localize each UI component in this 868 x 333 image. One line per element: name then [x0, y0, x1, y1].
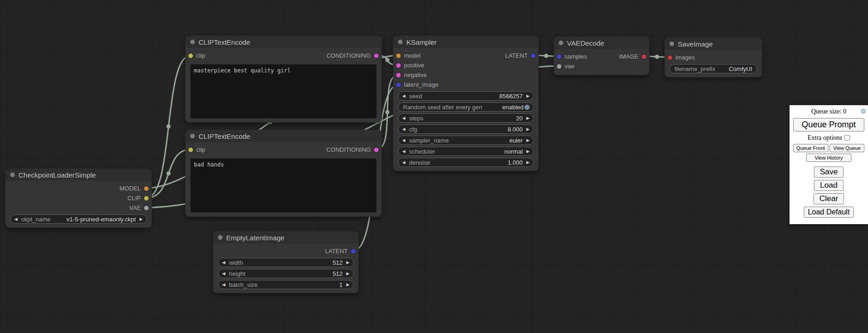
widget-label: batch_size [229, 281, 258, 288]
output-slot-image[interactable] [642, 54, 646, 59]
slot-row: latent_image [393, 80, 538, 89]
output-label-conditioning: CONDITIONING [326, 52, 371, 59]
widget-steps[interactable]: ◀ steps 20 ▶ [398, 113, 534, 123]
node-clip-text-encode-negative[interactable]: CLIPTextEncode clip CONDITIONING bad han… [186, 130, 381, 216]
arrow-right-icon[interactable]: ▶ [526, 94, 530, 98]
graph-canvas[interactable]: CheckpointLoaderSimple MODEL CLIP VAE ◀ … [0, 0, 868, 333]
node-titlebar[interactable]: EmptyLatentImage [213, 232, 358, 244]
arrow-right-icon[interactable]: ▶ [139, 217, 143, 221]
collapse-dot-icon[interactable] [218, 235, 223, 240]
extra-options-label: Extra options [808, 134, 842, 142]
input-slot-negative[interactable] [396, 73, 401, 77]
arrow-right-icon[interactable]: ▶ [526, 116, 530, 120]
clear-button[interactable]: Clear [814, 193, 844, 204]
output-label-latent: LATENT [325, 248, 348, 255]
load-button[interactable]: Load [814, 180, 844, 191]
output-slot-model[interactable] [144, 186, 149, 191]
arrow-right-icon[interactable]: ▶ [526, 161, 530, 165]
node-ksampler[interactable]: KSampler model LATENT positive negative … [393, 36, 538, 171]
arrow-left-icon[interactable]: ◀ [402, 116, 405, 120]
node-clip-text-encode-positive[interactable]: CLIPTextEncode clip CONDITIONING masterp… [186, 36, 381, 122]
widget-height[interactable]: ◀ height 512 ▶ [218, 269, 354, 278]
arrow-right-icon[interactable]: ▶ [526, 127, 530, 131]
arrow-left-icon[interactable]: ◀ [402, 149, 405, 154]
arrow-right-icon[interactable]: ▶ [526, 138, 530, 143]
arrow-left-icon[interactable]: ◀ [222, 283, 225, 287]
input-label-model: model [404, 52, 420, 59]
input-slot-clip[interactable] [188, 54, 193, 58]
collapse-dot-icon[interactable] [10, 172, 15, 177]
widget-ckpt-name[interactable]: ◀ ckpt_name v1-5-pruned-emaonly.ckpt ▶ [10, 214, 147, 224]
node-title: KSampler [406, 38, 437, 46]
node-vae-decode[interactable]: VAEDecode samples IMAGE vae [554, 37, 649, 75]
extra-options-checkbox[interactable] [844, 135, 850, 141]
node-save-image[interactable]: SaveImage images filename_prefix ComfyUI [665, 38, 762, 77]
widget-sampler-name[interactable]: ◀ sampler_name euler ▶ [398, 136, 534, 145]
arrow-right-icon[interactable]: ▶ [346, 272, 350, 276]
arrow-right-icon[interactable]: ▶ [346, 261, 350, 265]
widget-random-seed-toggle[interactable]: Random seed after every gen enabled [398, 102, 534, 112]
positive-prompt-textarea[interactable]: masterpiece best quality girl [190, 64, 377, 119]
node-titlebar[interactable]: CheckpointLoaderSimple [6, 169, 151, 181]
input-slot-samples[interactable] [557, 54, 561, 59]
arrow-left-icon[interactable]: ◀ [402, 127, 405, 131]
widget-cfg[interactable]: ◀ cfg 8.000 ▶ [398, 125, 534, 134]
widget-label: Random seed after every gen [403, 104, 482, 111]
collapse-dot-icon[interactable] [190, 134, 195, 138]
input-label-negative: negative [404, 71, 427, 78]
view-queue-button[interactable]: View Queue [830, 144, 865, 152]
save-button[interactable]: Save [814, 166, 844, 178]
negative-prompt-textarea[interactable]: bad hands [190, 158, 377, 213]
widget-value: 512 [332, 270, 343, 277]
node-empty-latent-image[interactable]: EmptyLatentImage LATENT ◀ width 512 ▶ ◀ … [213, 232, 358, 293]
widget-label: ckpt_name [21, 216, 51, 223]
input-slot-latent-image[interactable] [396, 83, 401, 87]
input-label-vae: vae [565, 63, 574, 70]
node-titlebar[interactable]: SaveImage [665, 38, 762, 50]
widget-scheduler[interactable]: ◀ scheduler normal ▶ [398, 147, 534, 156]
output-slot-latent[interactable] [351, 249, 356, 254]
input-slot-images[interactable] [668, 55, 672, 60]
node-titlebar[interactable]: CLIPTextEncode [186, 130, 381, 142]
node-titlebar[interactable]: KSampler [393, 36, 538, 48]
queue-prompt-button[interactable]: Queue Prompt [793, 118, 864, 131]
widget-value: ComfyUI [729, 65, 752, 72]
input-slot-clip[interactable] [188, 148, 193, 152]
arrow-left-icon[interactable]: ◀ [402, 161, 405, 165]
output-slot-clip[interactable] [144, 196, 149, 201]
output-slot-conditioning[interactable] [374, 54, 379, 58]
input-slot-model[interactable] [396, 54, 401, 58]
widget-denoise[interactable]: ◀ denoise 1.000 ▶ [398, 158, 534, 167]
toggle-on-icon[interactable] [524, 105, 530, 110]
collapse-dot-icon[interactable] [669, 42, 674, 46]
link-clip-to-positive-encode [146, 55, 191, 198]
widget-seed[interactable]: ◀ seed 8566257 ▶ [398, 91, 534, 101]
arrow-left-icon[interactable]: ◀ [402, 138, 405, 143]
output-slot-latent[interactable] [531, 54, 536, 58]
collapse-dot-icon[interactable] [398, 40, 403, 44]
widget-value: euler [509, 137, 523, 144]
arrow-left-icon[interactable]: ◀ [14, 217, 18, 221]
arrow-left-icon[interactable]: ◀ [222, 272, 225, 276]
view-history-button[interactable]: View History [806, 154, 852, 162]
arrow-right-icon[interactable]: ▶ [346, 283, 350, 287]
input-slot-positive[interactable] [396, 63, 401, 68]
node-checkpoint-loader[interactable]: CheckpointLoaderSimple MODEL CLIP VAE ◀ … [6, 169, 151, 227]
widget-width[interactable]: ◀ width 512 ▶ [218, 258, 354, 267]
arrow-left-icon[interactable]: ◀ [402, 94, 405, 98]
output-slot-conditioning[interactable] [374, 148, 379, 152]
queue-front-button[interactable]: Queue Front [793, 144, 828, 152]
node-titlebar[interactable]: CLIPTextEncode [186, 36, 381, 48]
widget-batch-size[interactable]: ◀ batch_size 1 ▶ [218, 280, 354, 289]
settings-gear-icon[interactable]: ⚙ [860, 107, 866, 116]
input-slot-vae[interactable] [557, 64, 561, 69]
link-midpoint-dot [655, 55, 659, 59]
load-default-button[interactable]: Load Default [804, 207, 854, 218]
arrow-left-icon[interactable]: ◀ [222, 261, 225, 265]
arrow-right-icon[interactable]: ▶ [526, 149, 530, 154]
collapse-dot-icon[interactable] [559, 41, 563, 45]
output-slot-vae[interactable] [144, 206, 149, 210]
node-titlebar[interactable]: VAEDecode [554, 37, 649, 49]
collapse-dot-icon[interactable] [190, 40, 195, 44]
widget-filename-prefix[interactable]: filename_prefix ComfyUI [669, 64, 757, 73]
